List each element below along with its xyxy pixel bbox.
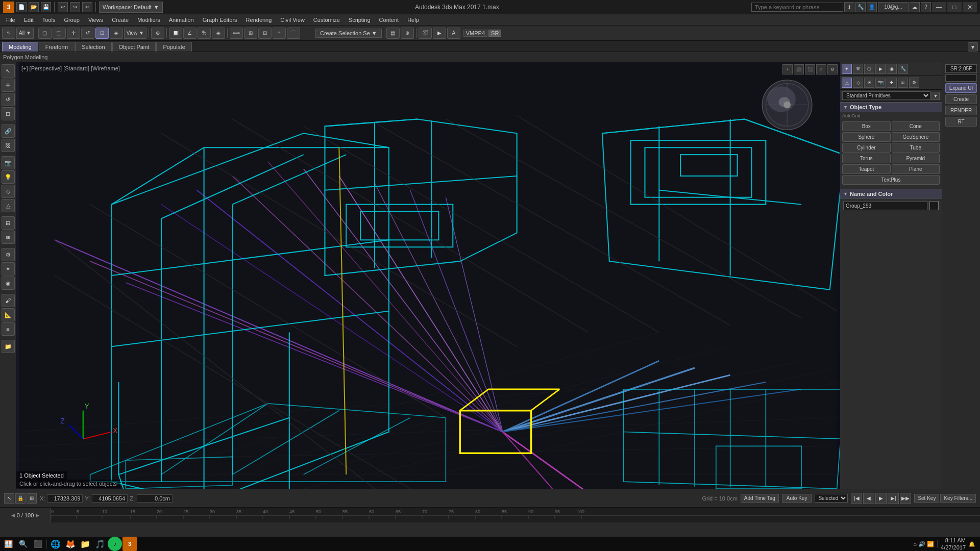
search-input[interactable]	[751, 3, 843, 12]
music-icon[interactable]: 🎵	[93, 537, 107, 551]
menu-tools[interactable]: Tools	[38, 16, 60, 24]
menu-views[interactable]: Views	[84, 16, 107, 24]
menu-animation[interactable]: Animation	[165, 16, 198, 24]
sr-input[interactable]	[945, 64, 977, 73]
named-sel-btn[interactable]: ▤	[386, 28, 400, 39]
rp-camera-icon[interactable]: 📷	[875, 78, 886, 88]
file-explorer-icon[interactable]: 📁	[78, 537, 92, 551]
move-btn[interactable]: ✛	[67, 28, 80, 39]
rp-system-icon[interactable]: ⚙	[909, 78, 919, 88]
prim-plane[interactable]: Plane	[892, 164, 940, 174]
user-icon[interactable]: 👤	[867, 2, 877, 12]
select-region-btn[interactable]: ⬚	[53, 28, 66, 39]
clock-display[interactable]: 8:11 AM 4/27/2017	[941, 537, 966, 551]
edge-icon[interactable]: 🌐	[48, 537, 63, 551]
lt-open-explorer[interactable]: 📁	[2, 340, 15, 353]
lt-select[interactable]: ↖	[2, 64, 15, 78]
3dsmax-icon[interactable]: 3	[122, 537, 137, 551]
undo2-icon[interactable]: ↩	[82, 2, 92, 12]
minimize-button[interactable]: —	[932, 2, 946, 12]
create-selection-set-btn[interactable]: Create Selection Se ▼	[315, 29, 382, 38]
rp-light-icon[interactable]: ☀	[864, 78, 874, 88]
key-filters-btn[interactable]: Key Filters...	[940, 494, 976, 503]
pivot-btn[interactable]: ⊕	[151, 28, 164, 39]
vp-views[interactable]: 🎥	[794, 64, 804, 74]
save-icon[interactable]: 💾	[41, 2, 51, 12]
filter-dropdown[interactable]: All ▼	[16, 28, 34, 39]
menu-help[interactable]: Help	[403, 16, 423, 24]
add-time-tag-btn[interactable]: Add Time Tag	[741, 494, 779, 503]
notifications-btn[interactable]: 🔔	[969, 541, 975, 547]
tab-selection[interactable]: Selection	[75, 42, 111, 52]
aaa-btn[interactable]: A	[447, 28, 460, 39]
lt-unlink[interactable]: ⛓	[2, 139, 15, 152]
prim-cone[interactable]: Cone	[892, 121, 940, 131]
auto-key-btn[interactable]: Auto Key	[782, 494, 812, 503]
layer-btn[interactable]: ≡	[273, 28, 286, 39]
prim-box[interactable]: Box	[842, 121, 891, 131]
spinner-snap[interactable]: ◈	[212, 28, 225, 39]
render-setup-btn[interactable]: 🎬	[419, 28, 432, 39]
mirror-btn[interactable]: ⟺	[230, 28, 243, 39]
menu-customize[interactable]: Customize	[309, 16, 344, 24]
snap-toggle[interactable]: 🔲	[169, 28, 182, 39]
category-dropdown[interactable]: Standard Primitives Extended Primitives …	[842, 91, 930, 100]
menu-scripting[interactable]: Scripting	[345, 16, 375, 24]
rp-hierarchy-icon[interactable]: ⬡	[864, 64, 874, 74]
timeline-track[interactable]: 0 5 10 15 20 25 30 35 40 45 50 55 60 65 …	[51, 508, 980, 522]
menu-file[interactable]: File	[2, 16, 19, 24]
rp-utilities-icon[interactable]: 🔧	[898, 64, 908, 74]
vp-render[interactable]: ⬛	[805, 64, 815, 74]
status-graph-icon[interactable]: ⊞	[27, 493, 37, 504]
rp-spacewarp-icon[interactable]: ≋	[898, 78, 908, 88]
align2-btn[interactable]: ⊟	[258, 28, 272, 39]
category-arrow[interactable]: ▼	[932, 92, 940, 100]
rp-geo-icon[interactable]: △	[842, 78, 852, 88]
menu-group[interactable]: Group	[60, 16, 84, 24]
tab-modeling[interactable]: Modeling	[2, 42, 38, 52]
next-frame-btn[interactable]: ▶|	[888, 493, 899, 504]
lt-light[interactable]: 💡	[2, 170, 15, 184]
prim-teapot[interactable]: Teapot	[842, 164, 891, 174]
menu-create[interactable]: Create	[108, 16, 133, 24]
vp-maximize[interactable]: +	[782, 64, 793, 74]
menu-content[interactable]: Content	[375, 16, 403, 24]
prim-tube[interactable]: Tube	[892, 143, 940, 153]
lt-link[interactable]: 🔗	[2, 124, 15, 138]
vp-settings[interactable]: ⚙	[827, 64, 838, 74]
lt-move[interactable]: ✛	[2, 79, 15, 92]
set-key-btn[interactable]: Set Key	[914, 494, 939, 503]
lt-reactor[interactable]: ◉	[2, 277, 15, 290]
ref-coord-btn[interactable]: ◈	[110, 28, 123, 39]
start-btn[interactable]: 🪟	[1, 537, 15, 551]
tab-expand-btn[interactable]: ▼	[968, 42, 978, 52]
play-btn[interactable]: ▶	[875, 493, 887, 504]
maximize-button[interactable]: □	[947, 2, 962, 12]
tools-icon[interactable]: 🔧	[855, 2, 866, 12]
vp-circle[interactable]: ○	[816, 64, 826, 74]
expand-ui-button[interactable]: Expand UI	[945, 83, 977, 93]
timeline-prev[interactable]: ◀	[11, 513, 15, 518]
lt-camera[interactable]: 📷	[2, 156, 15, 169]
viewport[interactable]: [+] [Perspective] [Standard] [Wireframe]	[16, 62, 840, 489]
align-btn[interactable]: ⊞	[244, 28, 257, 39]
rp-helper-icon[interactable]: ✚	[887, 78, 897, 88]
menu-civil-view[interactable]: Civil View	[276, 16, 308, 24]
ref-coord-dropdown[interactable]: View ▼	[124, 28, 146, 39]
prim-torus[interactable]: Torus	[842, 154, 891, 163]
tab-object-paint[interactable]: Object Paint	[112, 42, 156, 52]
close-button[interactable]: ✕	[963, 2, 977, 12]
prim-textplus[interactable]: TextPlus	[842, 175, 940, 185]
lt-scale[interactable]: ⊡	[2, 107, 15, 120]
new-file-icon[interactable]: 📄	[16, 2, 27, 12]
menu-modifiers[interactable]: Modifiers	[133, 16, 164, 24]
lt-paint[interactable]: 🖌	[2, 294, 15, 307]
render-btn[interactable]: ▶	[433, 28, 446, 39]
prim-cylinder[interactable]: Cylinder	[842, 143, 891, 153]
lt-spacewarps[interactable]: ≋	[2, 231, 15, 244]
lt-measure[interactable]: 📐	[2, 308, 15, 321]
select-object-btn[interactable]: ▢	[38, 28, 52, 39]
select-btn[interactable]: ↖	[2, 28, 15, 39]
search-taskbar-btn[interactable]: 🔍	[16, 537, 30, 551]
help-icon[interactable]: ?	[921, 2, 931, 12]
